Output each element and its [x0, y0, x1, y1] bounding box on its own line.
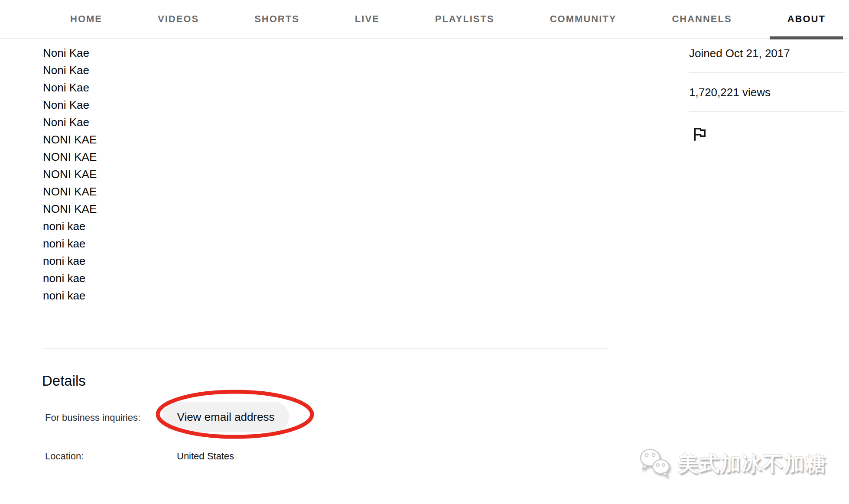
description-line: Noni Kae: [43, 62, 97, 79]
report-flag-button[interactable]: [690, 125, 709, 143]
joined-date: Joined Oct 21, 2017: [689, 47, 790, 60]
view-email-address-label: View email address: [177, 410, 275, 424]
tab-about[interactable]: ABOUT: [787, 13, 826, 25]
tab-shorts[interactable]: SHORTS: [254, 13, 299, 25]
tab-home[interactable]: HOME: [70, 13, 102, 25]
view-count: 1,720,221 views: [689, 86, 771, 99]
description-line: Noni Kae: [43, 44, 97, 62]
description-line: noni kae: [43, 270, 97, 287]
description-line: NONI KAE: [43, 131, 97, 148]
details-heading: Details: [42, 373, 86, 389]
section-divider: [43, 348, 607, 349]
description-line: Noni Kae: [43, 96, 97, 114]
watermark: 美式加冰不加糖: [637, 447, 826, 480]
tab-playlists[interactable]: PLAYLISTS: [435, 13, 494, 25]
channel-description: Noni Kae Noni Kae Noni Kae Noni Kae Noni…: [43, 44, 97, 304]
description-line: NONI KAE: [43, 183, 97, 200]
tab-community[interactable]: COMMUNITY: [550, 13, 617, 25]
stats-divider: [689, 111, 845, 112]
description-line: noni kae: [43, 218, 97, 235]
channel-about-page: HOME VIDEOS SHORTS LIVE PLAYLISTS COMMUN…: [0, 0, 849, 504]
active-tab-underline: [770, 36, 843, 39]
wechat-icon: [637, 447, 673, 480]
description-line: Noni Kae: [43, 114, 97, 131]
location-label: Location:: [45, 451, 84, 462]
channel-tab-bar: HOME VIDEOS SHORTS LIVE PLAYLISTS COMMUN…: [0, 0, 849, 39]
description-line: NONI KAE: [43, 200, 97, 218]
description-line: noni kae: [43, 235, 97, 252]
description-line: Noni Kae: [43, 79, 97, 96]
description-line: NONI KAE: [43, 148, 97, 166]
tab-videos[interactable]: VIDEOS: [158, 13, 199, 25]
location-value: United States: [177, 451, 234, 462]
watermark-text: 美式加冰不加糖: [678, 450, 826, 478]
description-line: noni kae: [43, 252, 97, 270]
nav-tabs: HOME VIDEOS SHORTS LIVE PLAYLISTS COMMUN…: [0, 0, 849, 38]
tab-channels[interactable]: CHANNELS: [672, 13, 732, 25]
flag-icon: [690, 137, 709, 144]
business-inquiries-label: For business inquiries:: [45, 412, 140, 423]
description-line: noni kae: [43, 287, 97, 304]
tab-live[interactable]: LIVE: [355, 13, 380, 25]
stats-divider: [689, 72, 845, 73]
description-line: NONI KAE: [43, 166, 97, 183]
view-email-address-button[interactable]: View email address: [163, 402, 289, 432]
